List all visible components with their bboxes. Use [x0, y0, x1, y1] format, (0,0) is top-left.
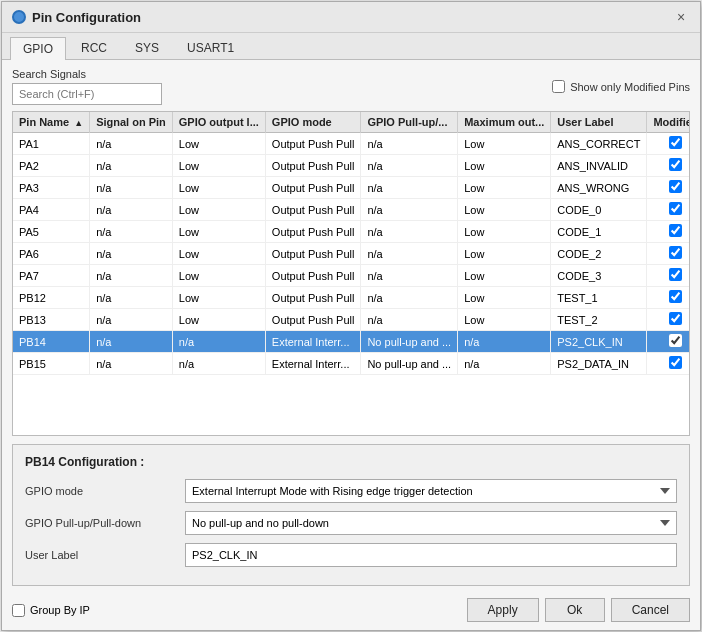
table-cell: PA2 [13, 155, 90, 177]
col-max-output: Maximum out... [458, 112, 551, 133]
gpio-pull-label: GPIO Pull-up/Pull-down [25, 517, 185, 529]
table-row[interactable]: PB14n/an/aExternal Interr...No pull-up a… [13, 331, 690, 353]
table-cell: Low [458, 155, 551, 177]
tab-gpio[interactable]: GPIO [10, 37, 66, 60]
table-row[interactable]: PA1n/aLowOutput Push Pulln/aLowANS_CORRE… [13, 133, 690, 155]
modified-cell[interactable] [647, 331, 690, 353]
col-user-label: User Label [551, 112, 647, 133]
group-by-ip-checkbox[interactable] [12, 604, 25, 617]
modified-cell[interactable] [647, 265, 690, 287]
group-by-ip-label: Group By IP [30, 604, 90, 616]
table-row[interactable]: PA4n/aLowOutput Push Pulln/aLowCODE_0 [13, 199, 690, 221]
modified-checkbox[interactable] [669, 202, 682, 215]
modified-cell[interactable] [647, 177, 690, 199]
table-row[interactable]: PB15n/an/aExternal Interr...No pull-up a… [13, 353, 690, 375]
modified-checkbox[interactable] [669, 356, 682, 369]
table-body: PA1n/aLowOutput Push Pulln/aLowANS_CORRE… [13, 133, 690, 375]
table-cell: TEST_2 [551, 309, 647, 331]
gpio-mode-select[interactable]: External Interrupt Mode with Rising edge… [185, 479, 677, 503]
table-row[interactable]: PA3n/aLowOutput Push Pulln/aLowANS_WRONG [13, 177, 690, 199]
table-cell: Low [458, 199, 551, 221]
tab-sys[interactable]: SYS [122, 36, 172, 59]
table-row[interactable]: PA6n/aLowOutput Push Pulln/aLowCODE_2 [13, 243, 690, 265]
apply-button[interactable]: Apply [467, 598, 539, 622]
show-modified-checkbox[interactable] [552, 80, 565, 93]
group-by-ip-section: Group By IP [12, 604, 90, 617]
table-row[interactable]: PB12n/aLowOutput Push Pulln/aLowTEST_1 [13, 287, 690, 309]
cancel-button[interactable]: Cancel [611, 598, 690, 622]
table-cell: Output Push Pull [265, 155, 361, 177]
modified-checkbox[interactable] [669, 246, 682, 259]
modified-checkbox[interactable] [669, 312, 682, 325]
table-cell: n/a [90, 265, 173, 287]
table-row[interactable]: PA2n/aLowOutput Push Pulln/aLowANS_INVAL… [13, 155, 690, 177]
table-cell: n/a [90, 133, 173, 155]
col-gpio-pull: GPIO Pull-up/... [361, 112, 458, 133]
user-label-input[interactable] [185, 543, 677, 567]
table-row[interactable]: PA7n/aLowOutput Push Pulln/aLowCODE_3 [13, 265, 690, 287]
table-cell: Output Push Pull [265, 243, 361, 265]
table-cell: Low [458, 133, 551, 155]
table-cell: Low [458, 287, 551, 309]
table-cell: PS2_DATA_IN [551, 353, 647, 375]
search-input[interactable] [12, 83, 162, 105]
tab-rcc[interactable]: RCC [68, 36, 120, 59]
ok-button[interactable]: Ok [545, 598, 605, 622]
modified-cell[interactable] [647, 243, 690, 265]
table-cell: External Interr... [265, 353, 361, 375]
modified-cell[interactable] [647, 309, 690, 331]
search-section: Search Signals [12, 68, 162, 105]
modified-cell[interactable] [647, 133, 690, 155]
table-cell: n/a [90, 199, 173, 221]
table-cell: ANS_INVALID [551, 155, 647, 177]
table-cell: TEST_1 [551, 287, 647, 309]
tabs-row: GPIO RCC SYS USART1 [2, 33, 700, 60]
table-cell: n/a [90, 309, 173, 331]
table-cell: n/a [90, 155, 173, 177]
modified-cell[interactable] [647, 221, 690, 243]
table-cell: n/a [172, 353, 265, 375]
table-cell: PA7 [13, 265, 90, 287]
table-cell: Output Push Pull [265, 199, 361, 221]
sort-icon: ▲ [74, 118, 83, 128]
table-cell: Low [172, 243, 265, 265]
modified-checkbox[interactable] [669, 136, 682, 149]
table-cell: n/a [361, 309, 458, 331]
table-cell: PA6 [13, 243, 90, 265]
modified-checkbox[interactable] [669, 180, 682, 193]
pin-icon [12, 10, 26, 24]
col-gpio-mode: GPIO mode [265, 112, 361, 133]
table-cell: Low [172, 177, 265, 199]
config-title: PB14 Configuration : [25, 455, 677, 469]
table-cell: n/a [361, 221, 458, 243]
table-cell: ANS_CORRECT [551, 133, 647, 155]
modified-checkbox[interactable] [669, 158, 682, 171]
table-cell: PA3 [13, 177, 90, 199]
close-button[interactable]: × [672, 8, 690, 26]
modified-cell[interactable] [647, 199, 690, 221]
table-cell: n/a [361, 243, 458, 265]
table-cell: PB15 [13, 353, 90, 375]
pin-table-container: Pin Name ▲ Signal on Pin GPIO output l..… [12, 111, 690, 436]
table-cell: n/a [361, 155, 458, 177]
table-row[interactable]: PA5n/aLowOutput Push Pulln/aLowCODE_1 [13, 221, 690, 243]
modified-cell[interactable] [647, 353, 690, 375]
table-cell: Low [458, 243, 551, 265]
modified-checkbox[interactable] [669, 268, 682, 281]
modified-cell[interactable] [647, 155, 690, 177]
search-label: Search Signals [12, 68, 162, 80]
tab-usart1[interactable]: USART1 [174, 36, 247, 59]
modified-checkbox[interactable] [669, 290, 682, 303]
table-cell: n/a [90, 243, 173, 265]
modified-checkbox[interactable] [669, 334, 682, 347]
table-cell: Output Push Pull [265, 287, 361, 309]
col-signal: Signal on Pin [90, 112, 173, 133]
modified-cell[interactable] [647, 287, 690, 309]
table-cell: PA4 [13, 199, 90, 221]
table-row[interactable]: PB13n/aLowOutput Push Pulln/aLowTEST_2 [13, 309, 690, 331]
table-cell: Output Push Pull [265, 221, 361, 243]
table-cell: Low [172, 265, 265, 287]
table-cell: Low [172, 221, 265, 243]
gpio-pull-select[interactable]: No pull-up and no pull-down [185, 511, 677, 535]
modified-checkbox[interactable] [669, 224, 682, 237]
